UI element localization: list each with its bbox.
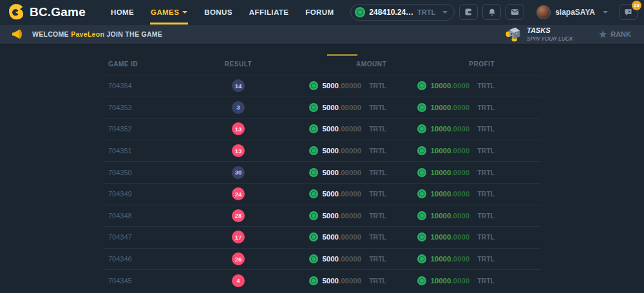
messages-button[interactable] xyxy=(506,4,524,20)
table-row[interactable]: 704351 13 5000.00000 TRTL 10000.0000 TRT… xyxy=(103,140,541,162)
main-nav: HOME GAMES BONUS AFFILIATE FORUM xyxy=(102,0,343,24)
result-cell: 17 xyxy=(187,231,290,243)
announcement-right: TASKS SPIN YOUR LUCK ★ RANK xyxy=(505,26,634,42)
result-cell: 26 xyxy=(187,252,290,265)
trtl-coin-icon xyxy=(309,81,318,90)
top-navbar: BC.Game HOME GAMES BONUS AFFILIATE FORUM… xyxy=(0,0,644,24)
amount-decimals: .00000 xyxy=(339,147,361,155)
amount-decimals: .00000 xyxy=(339,233,361,241)
trtl-coin-icon xyxy=(417,276,426,285)
profit-integer: 10000 xyxy=(430,255,451,263)
profit-integer: 10000 xyxy=(430,82,451,90)
table-row[interactable]: 704352 13 5000.00000 TRTL 10000.0000 TRT… xyxy=(103,118,541,140)
profit-cell: 10000.0000 TRTL xyxy=(386,168,495,177)
profit-decimals: .0000 xyxy=(451,190,469,198)
trtl-coin-icon xyxy=(417,211,426,220)
table-row[interactable]: 704349 24 5000.00000 TRTL 10000.0000 TRT… xyxy=(103,183,541,205)
nav-item-bonus[interactable]: BONUS xyxy=(196,0,241,24)
amount-cell: 5000.00000 TRTL xyxy=(290,124,386,133)
notifications-button[interactable] xyxy=(482,4,501,20)
profit-currency: TRTL xyxy=(477,233,495,241)
amount-integer: 5000 xyxy=(322,104,339,111)
result-badge: 28 xyxy=(232,209,245,222)
announcement-bar: WELCOME PaveLeon JOIN THE GAME TASKS SPI… xyxy=(0,24,644,44)
profit-currency: TRTL xyxy=(477,147,495,155)
game-id-cell: 704351 xyxy=(103,147,187,155)
amount-integer: 5000 xyxy=(322,147,339,155)
active-tab-indicator xyxy=(327,54,357,56)
result-cell: 13 xyxy=(187,144,290,157)
amount-cell: 5000.00000 TRTL xyxy=(290,103,386,112)
table-row[interactable]: 704348 28 5000.00000 TRTL 10000.0000 TRT… xyxy=(103,205,541,227)
profit-cell: 10000.0000 TRTL xyxy=(386,232,495,241)
nav-item-games[interactable]: GAMES xyxy=(142,0,196,24)
profit-integer: 10000 xyxy=(430,277,451,285)
amount-decimals: .00000 xyxy=(339,277,361,285)
amount-currency: TRTL xyxy=(369,125,386,133)
trtl-coin-icon xyxy=(417,81,426,90)
profit-integer: 10000 xyxy=(430,190,451,198)
result-badge: 13 xyxy=(232,144,245,157)
amount-currency: TRTL xyxy=(369,255,386,263)
table-header-row: GAME ID RESULT AMOUNT PROFIT xyxy=(103,53,541,75)
table-row[interactable]: 704354 14 5000.00000 TRTL 10000.0000 TRT… xyxy=(103,75,541,97)
rank-label: RANK xyxy=(611,30,631,38)
nav-item-forum[interactable]: FORUM xyxy=(297,0,342,24)
nav-item-home[interactable]: HOME xyxy=(102,0,142,24)
rank-button[interactable]: ★ RANK xyxy=(599,30,631,39)
amount-currency: TRTL xyxy=(369,233,386,241)
game-id-cell: 704354 xyxy=(103,82,187,90)
amount-cell: 5000.00000 TRTL xyxy=(290,276,386,285)
profit-currency: TRTL xyxy=(477,104,495,111)
result-badge: 26 xyxy=(232,252,245,265)
table-row[interactable]: 704350 30 5000.00000 TRTL 10000.0000 TRT… xyxy=(103,161,541,183)
chat-unread-badge: 23 xyxy=(632,1,641,10)
game-id-cell: 704345 xyxy=(103,277,187,285)
nav-item-affiliate[interactable]: AFFILIATE xyxy=(241,0,298,24)
trtl-coin-icon xyxy=(417,189,426,198)
profit-decimals: .0000 xyxy=(451,169,469,176)
game-id-cell: 704348 xyxy=(103,212,187,220)
result-cell: 14 xyxy=(187,79,290,92)
amount-currency: TRTL xyxy=(369,82,386,90)
wallet-button[interactable] xyxy=(459,4,478,20)
table-row[interactable]: 704353 3 5000.00000 TRTL 10000.0000 TRTL xyxy=(103,97,541,118)
amount-integer: 5000 xyxy=(322,82,339,90)
tasks-title: TASKS xyxy=(527,26,573,35)
game-id-cell: 704349 xyxy=(103,190,187,198)
result-cell: 28 xyxy=(187,209,290,222)
dice-icon xyxy=(505,26,522,42)
amount-cell: 5000.00000 TRTL xyxy=(290,146,386,155)
amount-currency: TRTL xyxy=(369,190,386,198)
table-row[interactable]: 704346 26 5000.00000 TRTL 10000.0000 TRT… xyxy=(103,248,541,270)
bcgame-logo[interactable]: BC.Game xyxy=(8,3,86,21)
balance-selector[interactable]: 248410.24… TRTL xyxy=(350,4,455,21)
profit-integer: 10000 xyxy=(430,233,451,241)
amount-decimals: .00000 xyxy=(339,82,361,90)
profit-decimals: .0000 xyxy=(451,82,469,90)
table-row[interactable]: 704345 4 5000.00000 TRTL 10000.0000 TRTL xyxy=(103,269,541,291)
result-cell: 3 xyxy=(187,101,290,114)
chat-button[interactable]: 23 xyxy=(619,4,638,20)
trtl-coin-icon xyxy=(417,103,426,112)
amount-decimals: .00000 xyxy=(339,190,361,198)
user-menu[interactable]: siapaSAYA xyxy=(536,5,608,19)
profit-cell: 10000.0000 TRTL xyxy=(386,276,495,285)
amount-integer: 5000 xyxy=(322,277,339,285)
amount-integer: 5000 xyxy=(322,190,339,198)
profit-decimals: .0000 xyxy=(451,233,469,241)
profit-currency: TRTL xyxy=(477,212,495,220)
table-row[interactable]: 704347 17 5000.00000 TRTL 10000.0000 TRT… xyxy=(103,226,541,248)
header-profit: PROFIT xyxy=(386,61,495,68)
tasks-button[interactable]: TASKS SPIN YOUR LUCK xyxy=(505,26,573,42)
profit-cell: 10000.0000 TRTL xyxy=(386,146,495,155)
result-badge: 17 xyxy=(232,231,245,243)
result-cell: 13 xyxy=(187,122,290,135)
amount-currency: TRTL xyxy=(369,277,386,285)
amount-cell: 5000.00000 TRTL xyxy=(290,189,386,198)
result-cell: 4 xyxy=(187,274,290,287)
profit-integer: 10000 xyxy=(430,212,451,220)
amount-currency: TRTL xyxy=(369,212,386,220)
amount-integer: 5000 xyxy=(322,233,339,241)
chat-bubble-icon xyxy=(623,7,633,17)
